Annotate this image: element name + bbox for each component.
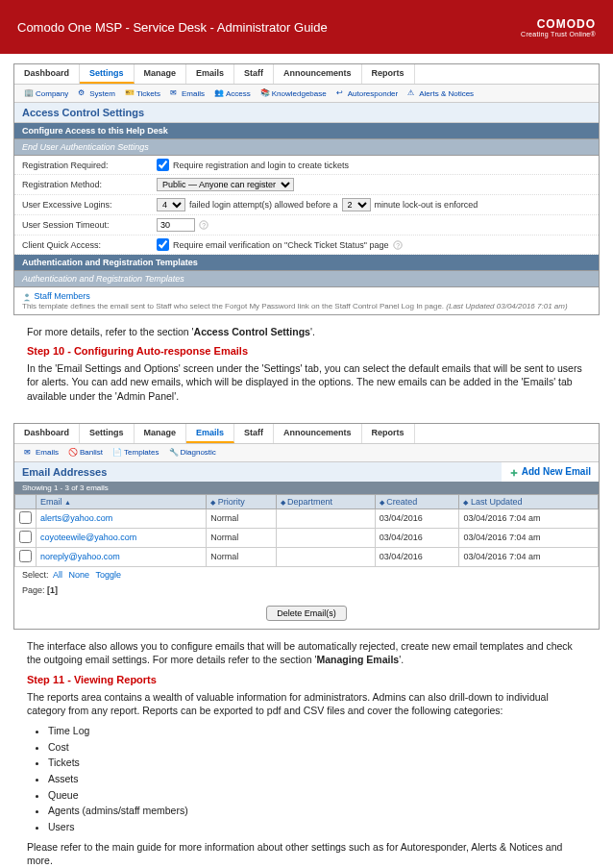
- tab-staff[interactable]: Staff: [234, 424, 274, 443]
- svg-text:?: ?: [396, 241, 400, 248]
- subnav-system[interactable]: ⚙System: [74, 87, 119, 99]
- sub-nav: 🏢Company⚙System🎫Tickets✉Emails👥Access📚Kn…: [14, 85, 599, 103]
- help-icon[interactable]: ?: [199, 220, 208, 230]
- banlist-icon: 🚫: [68, 448, 78, 458]
- list-item: Queue: [48, 788, 586, 803]
- subnav-access[interactable]: 👥Access: [210, 87, 255, 99]
- row-session-timeout: User Session Timeout: ?: [14, 215, 599, 236]
- tab-reports[interactable]: Reports: [362, 64, 415, 84]
- tab-announcements[interactable]: Announcements: [274, 64, 362, 84]
- knowledgebase-icon: 📚: [260, 88, 270, 98]
- select-none-link[interactable]: None: [69, 570, 90, 580]
- subnav-alerts-notices[interactable]: ⚠Alerts & Notices: [404, 87, 478, 99]
- list-item: Assets: [48, 772, 586, 786]
- email-link[interactable]: noreply@yahoo.com: [40, 552, 120, 561]
- subnav-diagnostic[interactable]: 🔧Diagnostic: [165, 447, 220, 459]
- tickets-icon: 🎫: [125, 88, 135, 98]
- email-table: Email ▲ ◆ Priority ◆ Department ◆ Create…: [14, 494, 599, 567]
- tab-announcements[interactable]: Announcements: [274, 424, 362, 443]
- tab-emails[interactable]: Emails: [186, 424, 234, 443]
- label: Client Quick Access:: [22, 240, 157, 250]
- row-quick-access: Client Quick Access: Require email verif…: [14, 236, 599, 255]
- col-priority[interactable]: ◆ Priority: [207, 494, 276, 508]
- row-registration-required: Registration Required: Require registrat…: [14, 156, 599, 175]
- panel-title: Access Control Settings: [14, 103, 599, 123]
- panel-title-emails: Email Addresses: [14, 462, 502, 482]
- access-icon: 👥: [214, 88, 224, 98]
- subnav-emails[interactable]: ✉Emails: [20, 447, 62, 459]
- diamond-icon: ◆: [380, 499, 384, 506]
- select-attempts[interactable]: 4: [157, 198, 185, 211]
- col-updated[interactable]: ◆ Last Updated: [459, 494, 599, 508]
- template-link[interactable]: Staff Members: [35, 291, 90, 301]
- step-10-text: In the 'Email Settings and Options' scre…: [27, 361, 586, 404]
- template-desc: This template defines the email sent to …: [22, 302, 444, 310]
- email-link[interactable]: coyoteewile@yahoo.com: [40, 533, 136, 542]
- email-table-body: alerts@yahoo.comNormal03/04/201603/04/20…: [15, 508, 599, 566]
- input-session-timeout[interactable]: [157, 218, 195, 232]
- label: User Session Timeout:: [22, 220, 157, 230]
- section-link-managing-emails[interactable]: Managing Emails: [316, 654, 399, 665]
- list-item: Tickets: [48, 756, 586, 770]
- tab-staff[interactable]: Staff: [234, 64, 274, 84]
- emails-icon: ✉: [24, 448, 34, 458]
- select-reg-method[interactable]: Public — Anyone can register: [157, 178, 294, 191]
- add-new-email-link[interactable]: Add New Email: [522, 466, 591, 477]
- checkbox-label: Require email verification on "Check Tic…: [173, 240, 389, 250]
- email-link[interactable]: alerts@yahoo.com: [40, 513, 112, 523]
- checkbox-quick-access[interactable]: [157, 238, 169, 251]
- brand-tagline: Creating Trust Online®: [521, 31, 596, 37]
- text: minute lock-out is enforced: [375, 200, 478, 210]
- section-link-acs[interactable]: Access Control Settings: [194, 326, 310, 337]
- emails-icon: ✉: [170, 88, 180, 98]
- subnav-tickets[interactable]: 🎫Tickets: [121, 87, 164, 99]
- help-icon[interactable]: ?: [393, 240, 403, 250]
- tab-dashboard[interactable]: Dashboard: [14, 64, 80, 84]
- diamond-icon: ◆: [210, 499, 215, 506]
- section-bar-templates2: Authentication and Registration Template…: [14, 271, 599, 287]
- checkbox-reg-required[interactable]: [157, 159, 169, 171]
- subnav-knowledgebase[interactable]: 📚Knowledgebase: [257, 87, 331, 99]
- col-email[interactable]: Email ▲: [37, 494, 207, 508]
- tab-settings[interactable]: Settings: [80, 64, 135, 84]
- subnav-emails[interactable]: ✉Emails: [166, 87, 208, 99]
- delete-email-button[interactable]: Delete Email(s): [266, 606, 347, 621]
- label: Registration Required:: [22, 161, 157, 170]
- page-header: Comodo One MSP - Service Desk - Administ…: [0, 0, 613, 54]
- step-10-heading: Step 10 - Configuring Auto-response Emai…: [27, 344, 586, 359]
- page-number: [1]: [47, 585, 58, 595]
- list-item: Cost: [48, 740, 586, 755]
- select-toggle-link[interactable]: Toggle: [96, 570, 122, 580]
- report-categories-list: Time LogCostTicketsAssetsQueueAgents (ad…: [48, 724, 586, 834]
- row-checkbox[interactable]: [19, 531, 32, 543]
- checkbox-label: Require registration and login to create…: [173, 161, 349, 170]
- page-row: Page: [1]: [14, 583, 599, 598]
- list-item: Agents (admins/staff members): [48, 804, 586, 818]
- subnav-autoresponder[interactable]: ↩Autoresponder: [332, 87, 402, 99]
- table-header-row: Email ▲ ◆ Priority ◆ Department ◆ Create…: [15, 494, 599, 508]
- list-item: Time Log: [48, 724, 586, 738]
- tab-dashboard[interactable]: Dashboard: [14, 424, 80, 443]
- subnav-templates[interactable]: 📄Templates: [109, 447, 162, 459]
- list-item: Users: [48, 820, 586, 834]
- tab-reports[interactable]: Reports: [362, 424, 415, 443]
- diamond-icon: ◆: [463, 499, 468, 506]
- template-updated: (Last Updated 03/04/2016 7:01 am): [446, 302, 567, 310]
- main-tabs: DashboardSettingsManageEmailsStaffAnnoun…: [14, 64, 599, 85]
- row-checkbox[interactable]: [19, 550, 32, 562]
- select-all-link[interactable]: All: [53, 570, 62, 580]
- col-created[interactable]: ◆ Created: [375, 494, 459, 508]
- table-row: alerts@yahoo.comNormal03/04/201603/04/20…: [15, 508, 599, 528]
- svg-point-4: [25, 293, 29, 297]
- tab-emails[interactable]: Emails: [186, 64, 234, 84]
- tab-manage[interactable]: Manage: [135, 64, 187, 84]
- select-minutes[interactable]: 2: [342, 198, 371, 211]
- subnav-company[interactable]: 🏢Company: [20, 87, 72, 99]
- template-staff-members: Staff Members This template defines the …: [14, 287, 599, 314]
- sort-asc-icon: ▲: [64, 499, 71, 506]
- col-department[interactable]: ◆ Department: [276, 494, 375, 508]
- subnav-banlist[interactable]: 🚫Banlist: [64, 447, 107, 459]
- tab-settings[interactable]: Settings: [80, 424, 135, 443]
- tab-manage[interactable]: Manage: [135, 424, 187, 443]
- row-checkbox[interactable]: [19, 511, 32, 524]
